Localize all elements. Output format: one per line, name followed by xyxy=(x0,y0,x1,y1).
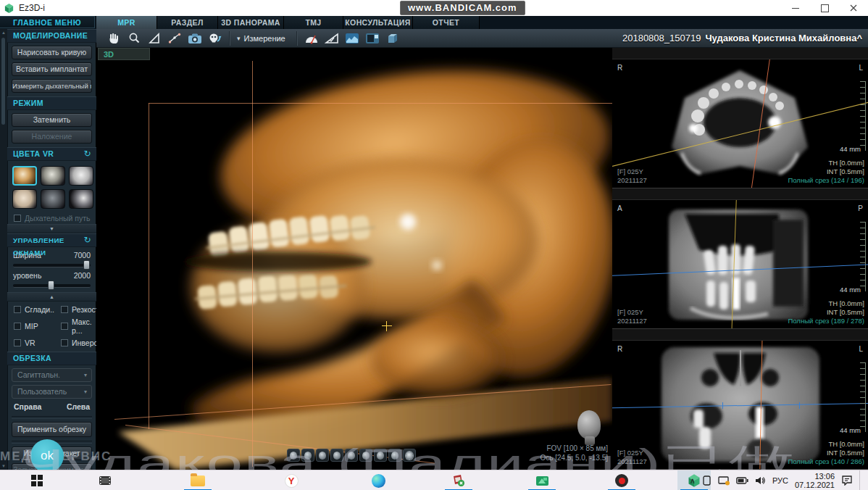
vr-preset-6[interactable] xyxy=(69,189,93,209)
tray-expand-icon[interactable]: ∧ xyxy=(690,476,696,486)
viewport-3d-tab[interactable]: 3D xyxy=(98,48,150,60)
yandex-browser-icon[interactable]: Y xyxy=(275,470,308,490)
file-explorer-icon[interactable] xyxy=(181,470,214,490)
axial-slice-info: TH [0.0mm] INT [0.5mm] Полный срез (124 … xyxy=(788,159,864,185)
airway-checkbox-row[interactable]: Дыхательный путь xyxy=(7,212,96,224)
action-center-icon[interactable] xyxy=(841,476,853,486)
refresh-icon[interactable]: ↻ xyxy=(84,148,91,160)
bandicam-app-icon[interactable] xyxy=(605,470,638,490)
scroll-up-icon[interactable]: ▲ xyxy=(0,30,7,35)
vr-preset-5[interactable] xyxy=(41,189,65,209)
airway-checkbox[interactable] xyxy=(14,215,21,222)
level-slider[interactable] xyxy=(13,284,91,288)
measure-airway-button[interactable]: Измерить дыхательный путь xyxy=(12,79,92,93)
width-slider[interactable] xyxy=(13,264,91,267)
ruler-angle-icon[interactable] xyxy=(145,30,164,46)
speaker-icon[interactable] xyxy=(755,476,766,485)
show-desktop-strip[interactable] xyxy=(859,470,864,490)
overlay-button[interactable]: Наложение xyxy=(12,130,92,144)
crop-right-label: Справа xyxy=(14,402,41,411)
battery-icon[interactable] xyxy=(736,477,748,484)
curve-tool-icon[interactable] xyxy=(165,30,184,46)
device-icon[interactable] xyxy=(702,476,711,486)
axial-panel[interactable]: Axial R L 44 mm [F] 025Y 20211127 TH [0.… xyxy=(612,48,868,188)
mip-checkbox-row[interactable]: MIP xyxy=(7,315,54,336)
crop-user-dropdown[interactable]: Пользователь ▾ xyxy=(12,385,92,399)
system-tray: ∧ РУС 13:06 07.12.2021 xyxy=(690,470,864,490)
minimize-button[interactable] xyxy=(781,0,810,16)
display-sync-icon[interactable] xyxy=(718,476,730,486)
tab-tmj[interactable]: TMJ xyxy=(284,16,343,29)
start-button[interactable] xyxy=(20,470,54,490)
scrollbar-thumb[interactable] xyxy=(1,38,5,125)
histogram-image-icon[interactable] xyxy=(343,30,362,46)
scroll-down-icon[interactable]: ▼ xyxy=(0,464,7,468)
zoom-icon[interactable] xyxy=(125,30,143,46)
max-checkbox-row[interactable]: Макс. р... xyxy=(54,315,96,336)
edge-browser-icon[interactable] xyxy=(362,470,395,490)
smooth-checkbox[interactable] xyxy=(14,306,21,313)
measure-triangle-icon[interactable] xyxy=(322,30,341,46)
sharp-checkbox-row[interactable]: Резкость xyxy=(54,303,96,315)
mip-checkbox[interactable] xyxy=(14,323,21,330)
invert-checkbox[interactable] xyxy=(61,339,68,346)
apply-crop-button[interactable]: Применить обрезку xyxy=(12,422,92,437)
vr-preset-3[interactable] xyxy=(69,166,93,186)
tab-report[interactable]: ОТЧЕТ xyxy=(413,16,480,29)
maximize-button[interactable] xyxy=(810,0,839,16)
viewer-app-icon[interactable] xyxy=(442,470,475,490)
media-app-icon[interactable] xyxy=(88,470,122,490)
chevron-down-icon: ▾ xyxy=(237,35,241,42)
sharp-checkbox[interactable] xyxy=(61,306,68,313)
collapse-toggle[interactable]: ▼ xyxy=(7,224,96,233)
tab-razdel[interactable]: РАЗДЕЛ xyxy=(157,16,218,29)
level-label: уровень xyxy=(13,271,41,280)
layout-capture-icon[interactable] xyxy=(363,30,382,46)
insert-implant-button[interactable]: Вставить имплантат xyxy=(12,62,92,76)
coronal-slice: Полный срез (140 / 286) xyxy=(788,457,864,466)
vr-checkbox[interactable] xyxy=(14,339,21,346)
coronal-int: INT [0.5mm] xyxy=(788,449,864,457)
section-crop: ОБРЕЗКА xyxy=(7,352,96,365)
crosshair-marker[interactable] xyxy=(382,321,392,331)
tab-mpr[interactable]: MPR xyxy=(96,16,157,29)
refresh-icon[interactable]: ↻ xyxy=(84,234,91,246)
tab-consultation[interactable]: КОНСУЛЬТАЦИЯ xyxy=(343,16,413,29)
vr-label: VR xyxy=(25,339,36,347)
green-app-icon[interactable] xyxy=(525,470,559,490)
crop-plane-dropdown[interactable]: Сагиттальн. ▾ xyxy=(12,368,92,382)
taskbar-clock[interactable]: 13:06 07.12.2021 xyxy=(795,472,835,489)
patient-info: 20180808_150719Чудакова Кристина Михайло… xyxy=(622,29,862,48)
level-slider-thumb[interactable] xyxy=(48,281,54,290)
coronal-orient-left: R xyxy=(617,345,622,353)
sagittal-sex-age: [F] 025Y xyxy=(617,308,643,316)
smooth-checkbox-row[interactable]: Сглади.. xyxy=(7,303,54,315)
angle-protractor-icon[interactable] xyxy=(302,30,321,46)
language-indicator[interactable]: РУС xyxy=(772,476,788,485)
darken-button[interactable]: Затемнить xyxy=(12,113,92,127)
vr-checkbox-row[interactable]: VR xyxy=(7,336,54,349)
draw-curve-button[interactable]: Нарисовать кривую xyxy=(12,46,92,59)
invert-checkbox-row[interactable]: Инверс... xyxy=(54,336,96,349)
vr-preset-grid xyxy=(7,161,96,212)
width-slider-thumb[interactable] xyxy=(83,260,90,270)
sagittal-panel[interactable]: Sagittal A P 44 mm [F] 025Y 20211127 TH … xyxy=(612,188,868,329)
axial-th: TH [0.0mm] xyxy=(788,159,864,167)
smooth-label: Сглади.. xyxy=(25,305,54,314)
measure-dropdown[interactable]: ▾ Измерение xyxy=(237,34,285,43)
rotate-3d-skull-icon[interactable] xyxy=(206,30,225,46)
capture-camera-icon[interactable] xyxy=(185,30,204,46)
max-checkbox[interactable] xyxy=(61,323,68,330)
vr-preset-1[interactable] xyxy=(12,166,37,186)
pan-hand-icon[interactable] xyxy=(104,30,123,46)
coronal-header xyxy=(612,329,868,341)
vr-preset-2[interactable] xyxy=(41,166,65,186)
vr-preset-4[interactable] xyxy=(12,189,37,209)
viewport-3d[interactable]: 3D FOV [100 × 85 мм] Ось [24.5, 5.0, -13… xyxy=(96,48,612,470)
tab-3d-panorama[interactable]: 3D ПАНОРАМА xyxy=(218,16,284,29)
cube-3d-icon[interactable] xyxy=(383,30,402,46)
main-menu-button[interactable]: ГЛАВНОЕ МЕНЮ xyxy=(0,16,95,28)
close-button[interactable] xyxy=(839,0,868,16)
collapse-toggle[interactable]: ▲ xyxy=(7,292,96,302)
ez3d-app-icon xyxy=(4,3,14,14)
